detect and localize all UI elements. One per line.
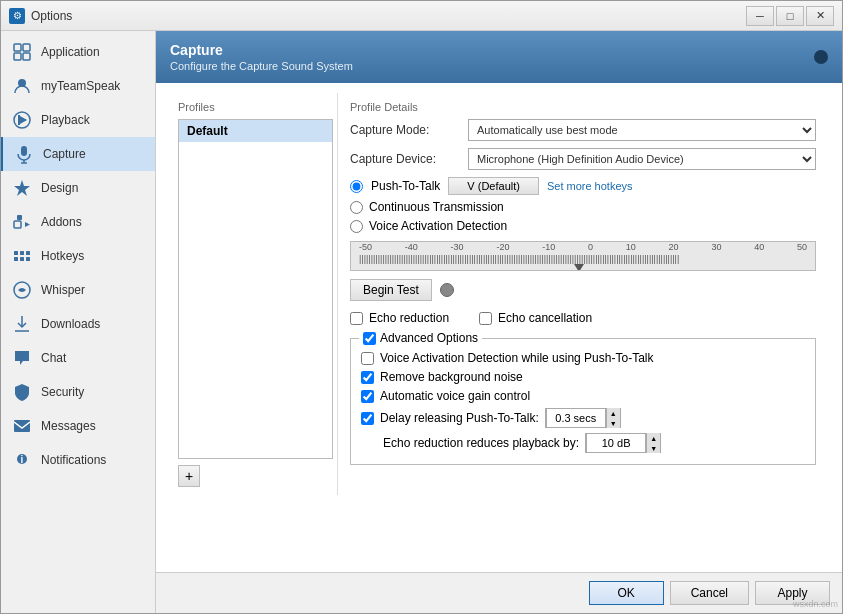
echo-playback-spin: ▲ ▼ [585,433,661,453]
echo-reduction-row: Echo reduction [350,311,449,325]
delay-ptt-row: Delay releasing Push-To-Talk: ▲ ▼ [361,408,805,428]
echo-playback-spin-down[interactable]: ▼ [646,443,660,453]
security-icon [11,381,33,403]
advanced-options-label: Advanced Options [380,331,478,345]
maximize-button[interactable]: □ [776,6,804,26]
remove-bg-checkbox[interactable] [361,371,374,384]
cancel-button[interactable]: Cancel [670,581,749,605]
myteamspeak-icon [11,75,33,97]
auto-gain-checkbox[interactable] [361,390,374,403]
close-button[interactable]: ✕ [806,6,834,26]
sidebar-item-capture-label: Capture [43,147,86,161]
capture-mode-select[interactable]: Automatically use best mode [468,119,816,141]
hotkeys-icon [11,245,33,267]
svg-rect-11 [17,215,22,220]
ptt-radio[interactable] [350,180,363,193]
sidebar-item-capture[interactable]: Capture [1,137,155,171]
sidebar-item-hotkeys-label: Hotkeys [41,249,84,263]
sidebar-item-application[interactable]: Application [1,35,155,69]
voice-ptt-checkbox[interactable] [361,352,374,365]
content-area: Application myTeamSpeak [1,31,842,613]
remove-bg-label: Remove background noise [380,370,523,384]
sidebar-item-hotkeys[interactable]: Hotkeys [1,239,155,273]
details-section: Profile Details Capture Mode: Automatica… [338,93,828,495]
sidebar-item-myteamspeak[interactable]: myTeamSpeak [1,69,155,103]
messages-icon [11,415,33,437]
delay-ptt-checkbox[interactable] [361,412,374,425]
microphone-header-icon [814,50,828,64]
voice-activation-radio[interactable] [350,220,363,233]
window-icon: ⚙ [9,8,25,24]
capture-device-row: Capture Device: Microphone (High Definit… [350,148,816,170]
title-bar: ⚙ Options ─ □ ✕ [1,1,842,31]
level-meter: -50 -40 -30 -20 -10 0 10 20 30 40 [350,241,816,271]
advanced-options-group: Advanced Options Voice Activation Detect… [350,338,816,465]
capture-mode-label: Capture Mode: [350,123,460,137]
echo-reduction-checkbox[interactable] [350,312,363,325]
panel-header-left: Capture Configure the Capture Sound Syst… [170,42,353,72]
sidebar-item-whisper-label: Whisper [41,283,85,297]
design-icon [11,177,33,199]
remove-bg-row: Remove background noise [361,370,805,384]
sidebar-item-chat[interactable]: Chat [1,341,155,375]
auto-gain-row: Automatic voice gain control [361,389,805,403]
svg-rect-10 [14,221,21,228]
sidebar-item-design[interactable]: Design [1,171,155,205]
delay-ptt-label: Delay releasing Push-To-Talk: [380,411,539,425]
sidebar-item-security[interactable]: Security [1,375,155,409]
continuous-radio[interactable] [350,201,363,214]
svg-rect-0 [14,44,21,51]
test-status-dot [440,283,454,297]
begin-test-row: Begin Test [350,279,816,301]
sidebar-item-playback-label: Playback [41,113,90,127]
minimize-button[interactable]: ─ [746,6,774,26]
ptt-label: Push-To-Talk [371,179,440,193]
capture-device-select[interactable]: Microphone (High Definition Audio Device… [468,148,816,170]
echo-cancellation-row: Echo cancellation [479,311,592,325]
profiles-label: Profiles [178,101,329,113]
capture-icon [13,143,35,165]
meter-indicator [574,264,584,271]
sidebar-item-chat-label: Chat [41,351,66,365]
sidebar-item-notifications[interactable]: i Notifications [1,443,155,477]
delay-spin-up[interactable]: ▲ [606,408,620,418]
sidebar-item-messages-label: Messages [41,419,96,433]
echo-cancellation-checkbox[interactable] [479,312,492,325]
playback-icon [11,109,33,131]
sidebar-item-whisper[interactable]: Whisper [1,273,155,307]
advanced-options-checkbox[interactable] [363,332,376,345]
svg-text:i: i [21,454,24,465]
add-profile-button[interactable]: + [178,465,200,487]
svg-rect-16 [20,257,24,261]
ok-button[interactable]: OK [589,581,664,605]
sidebar-item-playback[interactable]: Playback [1,103,155,137]
profile-item-default[interactable]: Default [179,120,332,142]
echo-playback-label: Echo reduction reduces playback by: [383,436,579,450]
window-controls: ─ □ ✕ [746,6,834,26]
sidebar-item-addons[interactable]: Addons [1,205,155,239]
sidebar-item-messages[interactable]: Messages [1,409,155,443]
svg-rect-12 [14,251,18,255]
delay-spin-down[interactable]: ▼ [606,418,620,428]
begin-test-button[interactable]: Begin Test [350,279,432,301]
chat-icon [11,347,33,369]
echo-playback-input[interactable] [586,433,646,453]
svg-marker-9 [14,180,30,196]
meter-labels: -50 -40 -30 -20 -10 0 10 20 30 40 [357,242,809,252]
sidebar-item-downloads[interactable]: Downloads [1,307,155,341]
panel-title: Capture [170,42,353,58]
voice-activation-row: Voice Activation Detection [350,219,816,233]
hotkeys-link[interactable]: Set more hotkeys [547,180,633,192]
echo-checks-row: Echo reduction Echo cancellation [350,311,816,330]
whisper-icon [11,279,33,301]
capture-device-label: Capture Device: [350,152,460,166]
delay-spin: ▲ ▼ [545,408,621,428]
profiles-section: Profiles Default + [170,93,338,495]
notifications-icon: i [11,449,33,471]
delay-spin-input[interactable] [546,408,606,428]
voice-activation-label: Voice Activation Detection [369,219,507,233]
profile-details-label: Profile Details [350,101,816,113]
echo-playback-spin-up[interactable]: ▲ [646,433,660,443]
ptt-key-button[interactable]: V (Default) [448,177,539,195]
svg-rect-1 [23,44,30,51]
